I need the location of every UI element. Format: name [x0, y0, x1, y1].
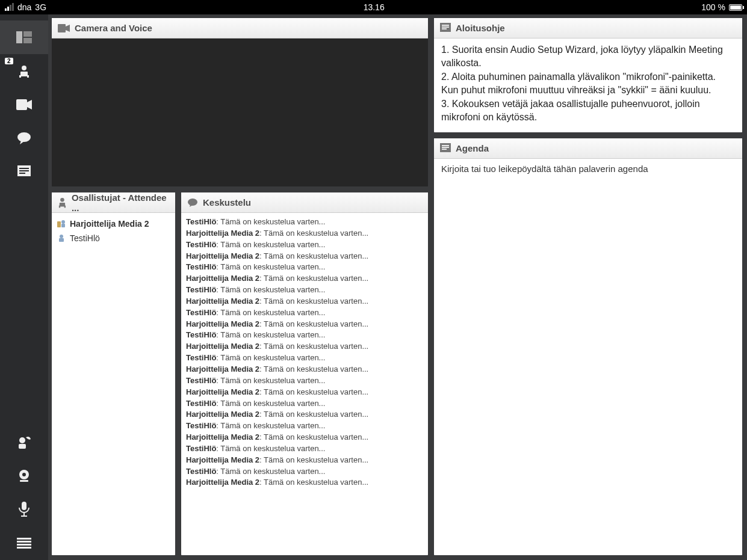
svg-rect-48 [442, 147, 449, 148]
chat-text: : Tämä on keskustelua varten... [259, 365, 368, 374]
svg-rect-20 [20, 480, 28, 482]
chat-user: TestiHlö [186, 353, 216, 362]
svg-rect-32 [59, 205, 60, 208]
chat-text: : Tämä on keskustelua varten... [216, 353, 325, 362]
chat-line: Harjoittelija Media 2: Tämä on keskustel… [186, 296, 423, 307]
chat-user: Harjoittelija Media 2 [186, 365, 259, 374]
app-root: 2 Ca [0, 14, 747, 560]
panel-attendees: Osallistujat - Attendee ... Harjoittelij… [52, 192, 175, 555]
chat-user: TestiHlö [186, 285, 216, 294]
panel-camera-header[interactable]: Camera and Voice [52, 18, 428, 38]
chat-line: Harjoittelija Media 2: Tämä on keskustel… [186, 387, 423, 398]
chat-text: : Tämä on keskustelua varten... [216, 240, 325, 249]
panel-camera-title: Camera and Voice [75, 23, 152, 33]
note-icon [440, 23, 451, 34]
chat-log[interactable]: TestiHlö: Tämä on keskustelua varten...H… [181, 213, 428, 555]
chat-text: : Tämä on keskustelua varten... [259, 319, 368, 328]
chat-text: : Tämä on keskustelua varten... [259, 455, 368, 464]
person-icon [58, 197, 67, 208]
panel-agenda-header[interactable]: Agenda [434, 138, 742, 159]
svg-point-37 [60, 235, 63, 238]
chat-line: TestiHlö: Tämä on keskustelua varten... [186, 420, 423, 432]
chat-line: Harjoittelija Media 2: Tämä on keskustel… [186, 364, 423, 375]
chat-line: TestiHlö: Tämä on keskustelua varten... [186, 398, 423, 410]
svg-rect-38 [59, 238, 64, 242]
chat-line: TestiHlö: Tämä on keskustelua varten... [186, 307, 423, 319]
svg-rect-7 [16, 99, 27, 110]
host-icon [57, 219, 66, 229]
chat-text: : Tämä on keskustelua varten... [216, 262, 325, 271]
svg-rect-2 [23, 38, 32, 43]
svg-rect-14 [19, 173, 25, 174]
chat-text: : Tämä on keskustelua varten... [216, 467, 325, 476]
panel-instructions-header[interactable]: Aloitusohje [434, 18, 742, 38]
svg-point-30 [60, 198, 64, 202]
sidebar-item-layout[interactable] [0, 20, 48, 54]
svg-rect-12 [19, 168, 29, 169]
chat-text: : Tämä on keskustelua varten... [259, 432, 368, 442]
sidebar-item-webcam[interactable] [0, 459, 48, 493]
sidebar-item-raise-hand[interactable] [0, 425, 48, 459]
status-bar: dna 3G 13.16 100 % [0, 0, 747, 14]
sidebar-item-chat[interactable] [0, 122, 48, 155]
panel-chat-title: Keskustelu [203, 197, 251, 208]
chat-user: TestiHlö [186, 421, 216, 430]
chat-user: Harjoittelija Media 2 [186, 432, 259, 442]
panel-attendees-header[interactable]: Osallistujat - Attendee ... [52, 192, 175, 213]
chat-user: Harjoittelija Media 2 [186, 455, 259, 464]
chat-line: Harjoittelija Media 2: Tämä on keskustel… [186, 273, 423, 285]
chat-line: Harjoittelija Media 2: Tämä on keskustel… [186, 341, 423, 352]
chat-line: TestiHlö: Tämä on keskustelua varten... [186, 466, 423, 478]
svg-point-19 [22, 473, 26, 476]
svg-rect-42 [442, 25, 449, 26]
panel-instructions: Aloitusohje 1. Suorita ensin Audio Setup… [434, 18, 742, 132]
sidebar-item-camera[interactable] [0, 88, 48, 122]
chat-line: TestiHlö: Tämä on keskustelua varten... [186, 217, 423, 228]
svg-rect-25 [17, 541, 31, 543]
chat-text: : Tämä on keskustelua varten... [259, 342, 368, 351]
attendee-row[interactable]: Harjoittelija Media 2 [55, 217, 172, 231]
panel-chat-header[interactable]: Keskustelu [181, 192, 428, 213]
agenda-body[interactable]: Kirjoita tai tuo leikepöydältä tähän pal… [434, 159, 742, 555]
instruction-line: 2. Aloita puhuminen painamalla ylävaliko… [441, 70, 735, 97]
svg-rect-47 [442, 145, 449, 146]
svg-point-16 [19, 437, 25, 443]
chat-user: Harjoittelija Media 2 [186, 478, 259, 487]
panel-chat: Keskustelu TestiHlö: Tämä on keskustelua… [181, 192, 428, 555]
svg-rect-36 [61, 224, 65, 227]
chat-line: TestiHlö: Tämä on keskustelua varten... [186, 352, 423, 364]
attendee-name: Harjoittelija Media 2 [70, 219, 149, 229]
svg-point-39 [188, 198, 197, 206]
battery-icon [729, 4, 742, 11]
chat-line: Harjoittelija Media 2: Tämä on keskustel… [186, 228, 423, 239]
chat-line: TestiHlö: Tämä on keskustelua varten... [186, 239, 423, 251]
instructions-body: 1. Suorita ensin Audio Setup Wizard, jok… [434, 38, 742, 132]
sidebar-item-notes[interactable] [0, 155, 48, 189]
svg-rect-44 [442, 28, 447, 29]
svg-rect-13 [19, 170, 29, 171]
chat-user: TestiHlö [186, 262, 216, 271]
attendee-row[interactable]: TestiHlö [55, 231, 172, 245]
svg-point-3 [22, 66, 26, 70]
chat-line: Harjoittelija Media 2: Tämä on keskustel… [186, 319, 423, 330]
panel-camera: Camera and Voice [52, 18, 428, 186]
svg-rect-22 [23, 512, 25, 515]
sidebar-item-menu[interactable] [0, 526, 48, 560]
signal-icon [5, 4, 14, 11]
chat-user: TestiHlö [186, 330, 216, 339]
chat-text: : Tämä on keskustelua varten... [216, 421, 325, 430]
chat-user: TestiHlö [186, 240, 216, 249]
svg-rect-24 [17, 538, 31, 540]
carrier-label: dna [17, 2, 31, 12]
clock: 13.16 [46, 2, 701, 12]
chat-text: : Tämä on keskustelua varten... [216, 444, 325, 453]
sidebar-item-microphone[interactable] [0, 493, 48, 526]
chat-user: Harjoittelija Media 2 [186, 229, 259, 238]
chat-line: TestiHlö: Tämä on keskustelua varten... [186, 443, 423, 455]
sidebar-item-attendees[interactable]: 2 [0, 54, 48, 88]
svg-rect-34 [57, 221, 61, 227]
chat-user: Harjoittelija Media 2 [186, 342, 259, 351]
camera-stage[interactable] [52, 38, 428, 186]
chat-user: Harjoittelija Media 2 [186, 319, 259, 328]
svg-rect-27 [17, 547, 31, 549]
